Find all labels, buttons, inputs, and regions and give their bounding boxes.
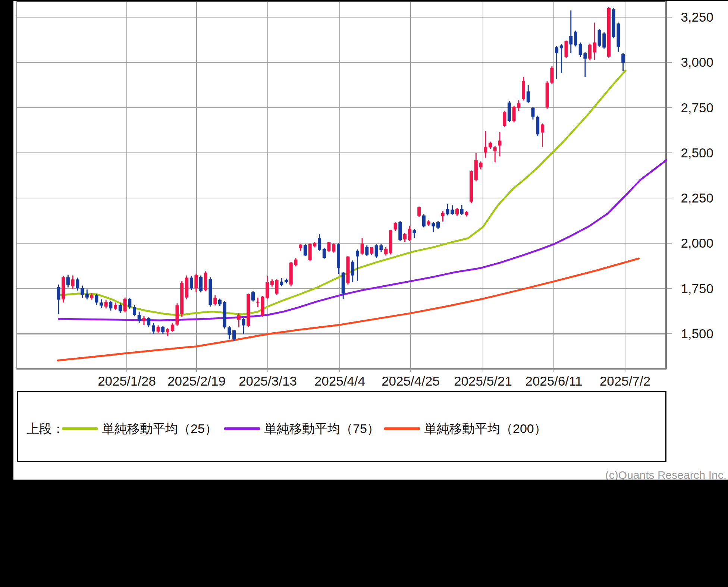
candle-body	[422, 216, 426, 227]
candle-body	[470, 171, 473, 202]
y-axis-label: 3,250	[669, 9, 713, 25]
candle-body	[474, 160, 478, 180]
candle-body	[247, 294, 250, 326]
candle-body	[375, 245, 378, 257]
copyright-credit: (c)Quants Research Inc.	[517, 468, 727, 480]
candle-body	[503, 112, 506, 126]
candle-body	[308, 244, 312, 260]
candle-body	[512, 107, 516, 121]
candle-body	[612, 9, 615, 37]
candle-body	[76, 279, 79, 288]
candle-body	[332, 244, 335, 251]
candle-body	[218, 300, 222, 305]
candle-body	[574, 32, 577, 45]
candle-body	[432, 223, 435, 226]
candle-body	[550, 68, 553, 83]
candle-body	[62, 277, 65, 299]
candle-body	[522, 81, 525, 99]
candle-body	[588, 45, 592, 59]
candle-body	[266, 282, 269, 298]
candle-body	[342, 273, 345, 294]
candle-body	[289, 263, 293, 285]
y-axis-label: 2,250	[669, 190, 713, 206]
candle-body	[484, 147, 487, 153]
candle-body	[460, 209, 464, 214]
candle-body	[66, 277, 70, 285]
y-axis-label: 2,000	[669, 235, 713, 251]
candle-body	[133, 307, 136, 315]
candle-body	[541, 125, 544, 133]
candle-body	[380, 245, 383, 250]
candle-body	[190, 277, 193, 288]
candle-body	[531, 108, 535, 117]
candle-body	[536, 117, 539, 135]
candle-body	[57, 287, 60, 300]
candle-body	[441, 213, 445, 216]
candle-body	[408, 229, 411, 240]
candle-body	[489, 143, 492, 148]
candle-body	[194, 275, 198, 288]
candle-body	[128, 299, 131, 307]
candle-body	[95, 295, 98, 302]
candle-body	[583, 53, 587, 59]
candle-body	[176, 305, 179, 325]
candle-body	[270, 281, 274, 285]
candle-body	[323, 249, 326, 258]
candle-body	[413, 230, 416, 233]
candle-body	[299, 245, 302, 248]
candle-body	[493, 147, 497, 151]
candle-body	[100, 302, 103, 305]
candle-body	[327, 242, 331, 251]
candle-body	[546, 83, 549, 107]
candle-body	[242, 319, 245, 326]
candle-body	[598, 30, 601, 46]
candle-body	[294, 260, 298, 265]
candle-body	[232, 330, 236, 339]
candle-body	[398, 222, 402, 240]
candle-body	[275, 280, 279, 294]
candle-body	[142, 318, 146, 321]
candle-body	[261, 296, 264, 315]
candle-body	[256, 302, 260, 303]
candle-body	[498, 141, 502, 146]
candle-body	[209, 279, 212, 305]
candle-body	[560, 45, 563, 48]
candle-body	[147, 318, 150, 325]
candle-body	[304, 245, 307, 256]
sma25-line-swatch	[62, 427, 98, 430]
candle-body	[389, 230, 392, 253]
candle-body	[346, 257, 349, 283]
sma25-label: 単純移動平均（25）	[102, 420, 217, 437]
candle-body	[114, 305, 117, 309]
candle-body	[527, 91, 530, 102]
candle-body	[313, 243, 316, 247]
candle-body	[436, 222, 440, 228]
candle-body	[361, 244, 364, 254]
candle-body	[81, 288, 84, 295]
candle-body	[593, 43, 596, 53]
candle-body	[508, 103, 511, 121]
legend: 上段： 単純移動平均（25） 単純移動平均（75） 単純移動平均（200）	[17, 391, 666, 462]
candle-body	[565, 41, 568, 57]
candle-body	[280, 282, 283, 285]
y-axis-label: 1,500	[669, 326, 713, 342]
candle-body	[213, 298, 217, 304]
price-chart	[0, 0, 728, 392]
candle-body	[180, 283, 183, 314]
candle-body	[166, 329, 169, 332]
candle-body	[161, 327, 164, 332]
candle-body	[123, 299, 127, 311]
candle-body	[607, 8, 611, 57]
candle-body	[417, 207, 421, 216]
candle-body	[621, 54, 625, 63]
sma200-line-swatch	[384, 427, 420, 430]
candle-body	[237, 315, 241, 320]
candle-body	[337, 244, 340, 268]
candle-body	[465, 212, 468, 215]
candle-body	[318, 238, 321, 250]
candle-body	[384, 249, 387, 254]
candle-body	[185, 277, 188, 297]
candle-body	[251, 292, 255, 301]
candle-body	[446, 209, 449, 214]
candle-body	[171, 325, 174, 331]
